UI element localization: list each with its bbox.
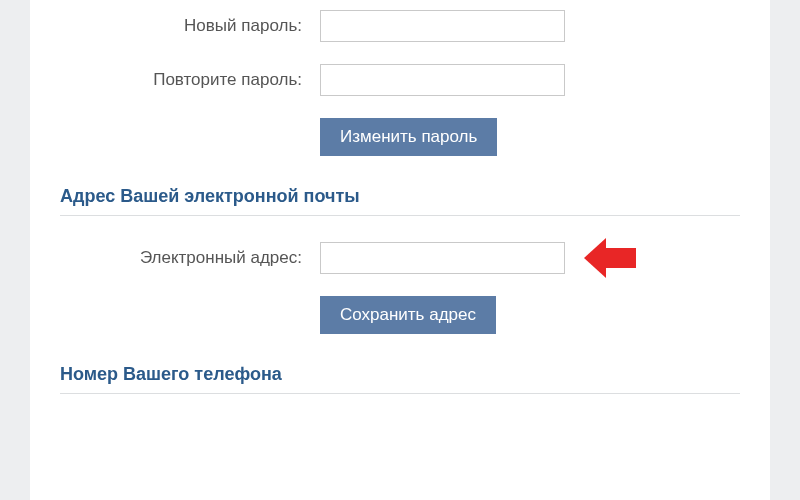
pointer-arrow-icon (584, 238, 636, 278)
email-input[interactable] (320, 242, 565, 274)
repeat-password-label: Повторите пароль: (60, 70, 320, 90)
save-email-button-row: Сохранить адрес (60, 296, 740, 334)
email-label: Электронный адрес: (60, 248, 320, 268)
repeat-password-row: Повторите пароль: (60, 64, 740, 96)
repeat-password-input[interactable] (320, 64, 565, 96)
new-password-input[interactable] (320, 10, 565, 42)
email-section-title: Адрес Вашей электронной почты (60, 186, 740, 216)
email-row: Электронный адрес: (60, 242, 740, 274)
email-row-wrap: Электронный адрес: (60, 242, 740, 274)
change-password-button[interactable]: Изменить пароль (320, 118, 497, 156)
button-offset (60, 118, 320, 156)
save-email-button[interactable]: Сохранить адрес (320, 296, 496, 334)
button-offset (60, 296, 320, 334)
change-password-button-row: Изменить пароль (60, 118, 740, 156)
settings-panel: Новый пароль: Повторите пароль: Изменить… (30, 0, 770, 500)
phone-section-title: Номер Вашего телефона (60, 364, 740, 394)
new-password-row: Новый пароль: (60, 10, 740, 42)
new-password-label: Новый пароль: (60, 16, 320, 36)
